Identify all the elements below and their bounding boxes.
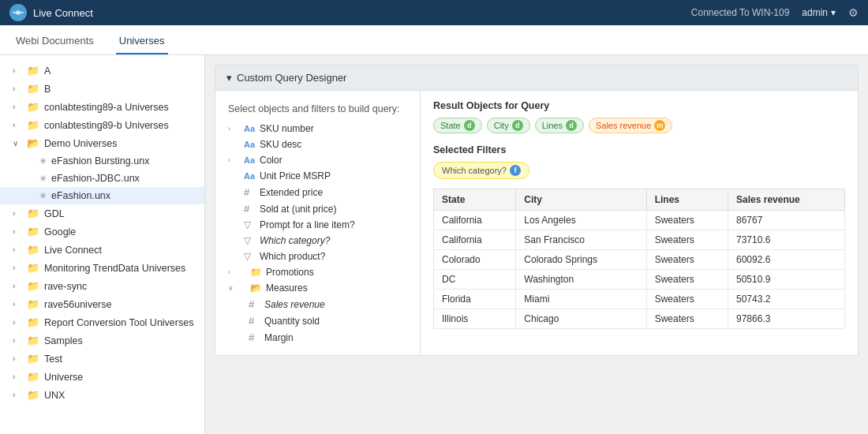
sidebar-item-samples[interactable]: › 📁 Samples	[0, 331, 204, 350]
folder-icon: 📁	[27, 101, 39, 113]
sidebar-item-conlab-a[interactable]: › 📁 conlabtesting89-a Universes	[0, 98, 204, 116]
obj-sku-number[interactable]: › Aa SKU number	[215, 121, 420, 137]
obj-label: Measures	[266, 282, 308, 294]
obj-sku-desc[interactable]: Aa SKU desc	[215, 137, 420, 152]
obj-quantity-sold[interactable]: # Quantity sold	[215, 312, 420, 329]
universe-file-icon: ✳	[39, 191, 47, 201]
filter-badge-label: Which category?	[442, 166, 507, 175]
objects-panel-title: Select objects and filters to build quer…	[215, 100, 420, 121]
sidebar-item-test[interactable]: › 📁 Test	[0, 350, 204, 368]
obj-color[interactable]: › Aa Color	[215, 152, 420, 168]
table-header-row: State City Lines Sales revenue	[434, 189, 845, 211]
col-state: State	[434, 189, 516, 211]
obj-sold-unit-price[interactable]: # Sold at (unit price)	[215, 200, 420, 217]
sidebar-item-efashion-bursting[interactable]: ✳ eFashion Bursting.unx	[0, 152, 204, 170]
folder-icon: 📁	[27, 119, 39, 131]
sidebar-item-rave-sync[interactable]: › 📁 rave-sync	[0, 277, 204, 295]
filter-icon: ▽	[244, 219, 260, 230]
result-badge-city[interactable]: City d	[487, 118, 530, 133]
sidebar-item-demo[interactable]: ∨ 📂 Demo Universes	[0, 134, 204, 152]
chevron-right-icon: ›	[13, 66, 24, 75]
table-cell: Sweaters	[646, 270, 728, 290]
measure-icon: #	[244, 186, 260, 198]
table-cell: 73710.6	[728, 230, 845, 250]
tab-webi-documents[interactable]: Webi Documents	[13, 28, 97, 54]
app-header: Live Connect Connected To WIN-109 admin …	[0, 0, 868, 25]
measure-badge-icon: m	[654, 120, 665, 131]
result-badge-state[interactable]: State d	[433, 118, 482, 133]
sidebar-item-conlab-b[interactable]: › 📁 conlabtesting89-b Universes	[0, 116, 204, 134]
chevron-right-icon: ›	[228, 125, 244, 133]
obj-label: Extended price	[260, 187, 323, 198]
app-title: Live Connect	[33, 7, 93, 19]
sidebar-item-label: Google	[44, 226, 76, 238]
sidebar-item-label: B	[44, 84, 51, 95]
table-cell: Chicago	[516, 309, 646, 329]
query-designer-header[interactable]: ▾ Custom Query Designer	[215, 65, 858, 91]
sidebar-item-rave56universe[interactable]: › 📁 rave56universe	[0, 295, 204, 313]
chevron-right-icon: ›	[13, 227, 24, 236]
table-cell: 50743.2	[728, 290, 845, 309]
sidebar-item-google[interactable]: › 📁 Google	[0, 223, 204, 241]
folder-icon: 📁	[27, 226, 39, 238]
obj-label: Color	[260, 155, 282, 166]
obj-label: SKU desc	[260, 139, 301, 150]
sidebar-item-unx[interactable]: › 📁 UNX	[0, 386, 204, 404]
table-cell: 97866.3	[728, 309, 845, 329]
sidebar-item-live-connect[interactable]: › 📁 Live Connect	[0, 241, 204, 259]
content-area: ▾ Custom Query Designer Select objects a…	[205, 55, 868, 434]
folder-icon: 📁	[27, 83, 39, 95]
obj-label: Promotions	[266, 267, 314, 278]
filter-icon: ▽	[244, 251, 260, 262]
sidebar-item-label: Live Connect	[44, 245, 102, 256]
result-objects-label: Result Objects for Query	[433, 100, 845, 111]
sidebar-item-universe[interactable]: › 📁 Universe	[0, 368, 204, 386]
settings-icon[interactable]: ⚙	[848, 6, 859, 19]
sidebar-item-b[interactable]: › 📁 B	[0, 80, 204, 98]
folder-icon: 📁	[27, 262, 39, 274]
badge-label: City	[494, 121, 509, 130]
user-menu[interactable]: admin ▾	[802, 7, 836, 18]
table-row: ColoradoColorado SpringsSweaters60092.6	[434, 250, 845, 270]
sidebar-item-efashion[interactable]: ✳ eFashion.unx	[0, 187, 204, 204]
table-cell: 50510.9	[728, 270, 845, 290]
obj-which-product[interactable]: ▽ Which product?	[215, 249, 420, 264]
sidebar-item-label: eFashion.unx	[51, 190, 110, 201]
user-chevron-icon: ▾	[831, 7, 836, 18]
col-sales-revenue: Sales revenue	[728, 189, 845, 211]
result-badge-lines[interactable]: Lines d	[535, 118, 584, 133]
obj-which-category[interactable]: ▽ Which category?	[215, 233, 420, 249]
obj-margin[interactable]: # Margin	[215, 329, 420, 346]
folder-icon: 📁	[27, 389, 39, 401]
table-row: CaliforniaSan FranciscoSweaters73710.6	[434, 230, 845, 250]
obj-promotions-folder[interactable]: › 📁 Promotions	[215, 264, 420, 280]
measure-icon: #	[249, 315, 264, 327]
sidebar-item-gdl[interactable]: › 📁 GDL	[0, 204, 204, 223]
obj-unit-price-msrp[interactable]: Aa Unit Price MSRP	[215, 168, 420, 184]
folder-icon: 📁	[27, 298, 39, 310]
obj-sales-revenue[interactable]: # Sales revenue	[215, 296, 420, 312]
table-row: DCWashingtonSweaters50510.9	[434, 270, 845, 290]
header-right: Connected To WIN-109 admin ▾ ⚙	[691, 6, 859, 19]
obj-measures-folder[interactable]: ∨ 📂 Measures	[215, 280, 420, 296]
obj-label: Which product?	[260, 251, 325, 262]
sidebar-item-efashion-jdbc[interactable]: ✳ eFashion-JDBC.unx	[0, 170, 204, 187]
result-badge-sales-revenue[interactable]: Sales revenue m	[589, 118, 672, 133]
measure-icon: #	[244, 203, 260, 215]
sidebar-item-a[interactable]: › 📁 A	[0, 62, 204, 80]
sidebar-item-monitoring[interactable]: › 📁 Monitoring TrendData Universes	[0, 259, 204, 277]
app-logo	[9, 4, 27, 21]
chevron-right-icon: ›	[13, 282, 24, 290]
tab-universes[interactable]: Universes	[116, 28, 168, 54]
obj-extended-price[interactable]: # Extended price	[215, 184, 420, 200]
table-cell: Florida	[434, 290, 516, 309]
table-body: CaliforniaLos AngelesSweaters86767Califo…	[434, 211, 845, 329]
dimension-icon: Aa	[244, 140, 260, 149]
sidebar-item-label: Test	[44, 354, 62, 365]
chevron-right-icon: ›	[13, 245, 24, 254]
filter-badge-which-category[interactable]: Which category? f	[433, 162, 529, 179]
dimension-badge-icon: d	[464, 120, 475, 131]
sidebar-item-report-conversion[interactable]: › 📁 Report Conversion Tool Universes	[0, 313, 204, 331]
col-city: City	[516, 189, 646, 211]
obj-prompt-line[interactable]: ▽ Prompt for a line item?	[215, 217, 420, 233]
